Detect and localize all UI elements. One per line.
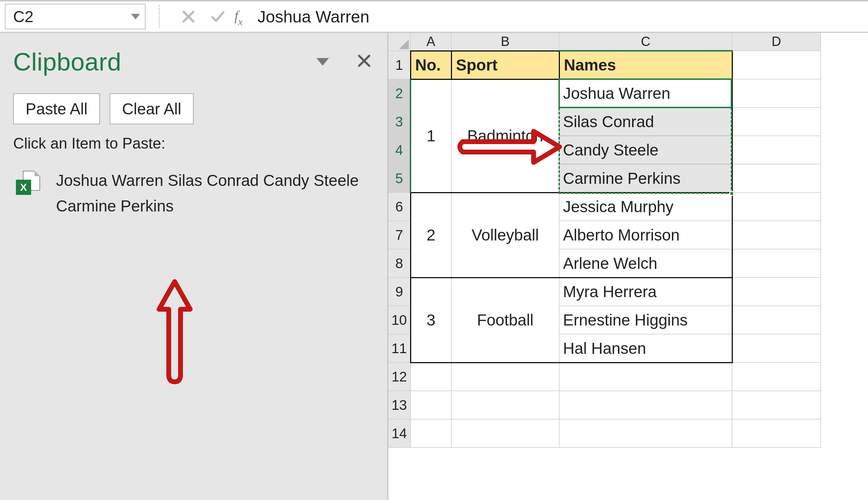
confirm-icon (209, 9, 227, 24)
cell-a6[interactable]: 2 (410, 192, 451, 277)
formula-bar-divider (159, 6, 160, 28)
cell-d2[interactable] (732, 79, 821, 107)
cell-a12[interactable] (410, 362, 451, 391)
clipboard-hint: Click an Item to Paste: (13, 135, 375, 152)
cell-a2[interactable]: 1 (410, 79, 451, 192)
formula-bar: C2 fx Joshua Warren (0, 0, 868, 33)
name-box-dropdown-icon[interactable] (131, 14, 140, 19)
row-header[interactable]: 4 (388, 136, 410, 164)
confirm-button[interactable] (203, 4, 232, 29)
cell-d12[interactable] (732, 362, 821, 391)
row-header[interactable]: 13 (388, 391, 410, 419)
fx-icon: fx (234, 8, 242, 26)
cell-c2[interactable]: Joshua Warren (559, 79, 732, 107)
cell-b2[interactable]: Badminton (451, 79, 559, 192)
row-header[interactable]: 5 (388, 164, 410, 192)
cell-c6[interactable]: Jessica Murphy (559, 192, 732, 221)
cell-c10[interactable]: Ernestine Higgins (559, 306, 732, 334)
cell-b1[interactable]: Sport (451, 51, 559, 79)
clipboard-title: Clipboard (13, 48, 316, 76)
col-header-b[interactable]: B (451, 33, 559, 51)
cell-d1[interactable] (732, 51, 821, 79)
cell-d8[interactable] (732, 249, 821, 277)
clear-all-button[interactable]: Clear All (110, 93, 194, 124)
cell-d13[interactable] (732, 391, 821, 419)
cell-b13[interactable] (451, 391, 559, 419)
cancel-icon (181, 9, 196, 24)
cell-b14[interactable] (451, 419, 559, 447)
cell-c1[interactable]: Names (559, 51, 732, 79)
cell-c14[interactable] (559, 419, 732, 447)
cancel-button[interactable] (174, 4, 203, 29)
clipboard-item-text: Joshua Warren Silas Conrad Candy Steele … (56, 168, 375, 219)
grid-table: A B C D 1 No. Sport Names 2 1 (388, 33, 821, 448)
spreadsheet-grid[interactable]: A B C D 1 No. Sport Names 2 1 (387, 33, 868, 500)
cell-c7[interactable]: Alberto Morrison (559, 221, 732, 249)
cell-d7[interactable] (732, 221, 821, 249)
name-box-value: C2 (13, 7, 34, 26)
formula-input[interactable]: Joshua Warren (248, 4, 863, 29)
insert-function-button[interactable]: fx (232, 8, 248, 26)
cell-b6[interactable]: Volleyball (451, 192, 559, 277)
row-header[interactable]: 1 (388, 51, 410, 79)
clipboard-item[interactable]: X Joshua Warren Silas Conrad Candy Steel… (13, 168, 375, 219)
clipboard-pane: Clipboard Paste All Clear All Click an I… (0, 33, 387, 500)
row-header[interactable]: 14 (388, 419, 410, 447)
cell-c5[interactable]: Carmine Perkins (559, 164, 732, 192)
cell-c8[interactable]: Arlene Welch (559, 249, 732, 277)
cell-c3[interactable]: Silas Conrad (559, 107, 732, 136)
cell-b9[interactable]: Football (451, 277, 559, 362)
cell-d14[interactable] (732, 419, 821, 447)
cell-d4[interactable] (732, 136, 821, 164)
row-header[interactable]: 10 (388, 306, 410, 334)
annotation-up-arrow-icon (152, 275, 197, 385)
formula-value: Joshua Warren (257, 7, 369, 26)
row-header[interactable]: 7 (388, 221, 410, 249)
col-header-a[interactable]: A (410, 33, 451, 51)
cell-b12[interactable] (451, 362, 559, 391)
cell-a9[interactable]: 3 (410, 277, 451, 362)
row-header[interactable]: 8 (388, 249, 410, 277)
row-header[interactable]: 3 (388, 107, 410, 136)
close-icon[interactable] (353, 50, 375, 74)
pane-menu-icon[interactable] (316, 58, 329, 66)
col-header-c[interactable]: C (559, 33, 732, 51)
cell-a13[interactable] (410, 391, 451, 419)
cell-c13[interactable] (559, 391, 732, 419)
row-header[interactable]: 6 (388, 192, 410, 221)
row-header[interactable]: 11 (388, 334, 410, 362)
cell-d10[interactable] (732, 306, 821, 334)
cell-a1[interactable]: No. (410, 51, 451, 79)
name-box[interactable]: C2 (5, 4, 146, 29)
excel-icon: X (16, 171, 40, 195)
cell-c12[interactable] (559, 362, 732, 391)
cell-c4[interactable]: Candy Steele (559, 136, 732, 164)
row-header[interactable]: 2 (388, 79, 410, 107)
clipboard-buttons: Paste All Clear All (13, 93, 375, 124)
cell-d6[interactable] (732, 192, 821, 221)
row-header[interactable]: 12 (388, 362, 410, 391)
cell-d5[interactable] (732, 164, 821, 192)
select-all-corner[interactable] (388, 33, 410, 51)
clipboard-title-row: Clipboard (13, 48, 375, 76)
col-header-d[interactable]: D (732, 33, 821, 51)
main-area: Clipboard Paste All Clear All Click an I… (0, 33, 868, 500)
cell-c9[interactable]: Myra Herrera (559, 277, 732, 306)
row-header[interactable]: 9 (388, 277, 410, 306)
cell-d9[interactable] (732, 277, 821, 306)
cell-c11[interactable]: Hal Hansen (559, 334, 732, 362)
paste-all-button[interactable]: Paste All (13, 93, 100, 124)
cell-d11[interactable] (732, 334, 821, 362)
cell-a14[interactable] (410, 419, 451, 447)
cell-d3[interactable] (732, 107, 821, 136)
